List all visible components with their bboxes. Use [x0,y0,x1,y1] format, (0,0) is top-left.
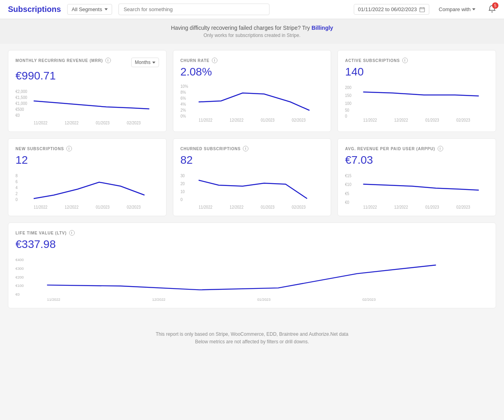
churn-info-icon[interactable]: i [212,58,217,63]
chevron-down-icon [105,8,108,10]
svg-text:20: 20 [180,182,185,186]
svg-text:02/2023: 02/2023 [127,121,141,125]
svg-text:02/2023: 02/2023 [292,118,306,122]
svg-text:10%: 10% [180,84,188,89]
date-range-picker[interactable]: 01/11/2022 to 06/02/2023 [354,4,429,15]
svg-text:0: 0 [180,197,183,202]
mrr-card: MONTHLY RECURRING REVENUE (MRR) i Months… [8,50,167,132]
svg-text:€100: €100 [16,284,24,288]
active-chart: 200 150 100 50 0 11/2022 12/2022 01/2023… [345,83,488,123]
churned-subs-value: 82 [180,154,324,166]
svg-text:01/2023: 01/2023 [261,205,275,209]
mrr-chart: €2,000 €1,500 €1,000 €500 €0 11/2022 12/… [16,87,159,127]
new-subs-info-icon[interactable]: i [66,146,72,151]
svg-text:€1,500: €1,500 [16,95,27,100]
svg-text:12/2022: 12/2022 [152,298,166,302]
notification-bell[interactable]: 5 [488,5,496,14]
svg-text:0: 0 [345,114,347,118]
header: Subscriptions All Segments 01/11/2022 to… [0,0,504,19]
svg-text:€1,000: €1,000 [16,101,27,106]
svg-text:200: 200 [345,85,352,90]
svg-text:01/2023: 01/2023 [261,118,275,122]
svg-text:0: 0 [16,197,18,202]
new-subs-label: NEW SUBSCRIPTIONS i [16,146,159,151]
main-content: MONTHLY RECURRING REVENUE (MRR) i Months… [0,44,504,321]
churn-label: CHURN RATE i [180,58,324,63]
mrr-info-icon[interactable]: i [105,58,111,63]
active-subs-value: 140 [345,66,488,78]
footer-line1: This report is only based on Stripe, Woo… [10,331,494,338]
svg-text:11/2022: 11/2022 [198,118,212,122]
svg-text:8: 8 [16,174,18,178]
svg-rect-0 [420,8,425,12]
svg-text:02/2023: 02/2023 [292,205,306,209]
arppu-card: AVG. REVENUE PER PAID USER (ARPPU) i €7.… [337,138,496,216]
churned-subs-card: CHURNED SUBSCRIPTIONS i 82 30 20 10 0 11… [173,138,331,216]
svg-text:€0: €0 [16,292,19,296]
row-2: NEW SUBSCRIPTIONS i 12 8 6 4 2 0 11/2022… [8,138,496,216]
arppu-info-icon[interactable]: i [438,146,443,151]
new-subs-value: 12 [16,154,159,166]
active-subs-label: ACTIVE SUBSCRIPTIONS i [345,58,488,63]
svg-text:12/2022: 12/2022 [229,118,243,122]
churn-value: 2.08% [180,66,324,78]
active-subs-card: ACTIVE SUBSCRIPTIONS i 140 200 150 100 5… [337,50,496,132]
svg-text:11/2022: 11/2022 [363,118,377,122]
svg-text:€15: €15 [345,174,352,178]
months-button[interactable]: Months [131,58,159,67]
svg-text:€5: €5 [345,192,349,196]
svg-text:01/2023: 01/2023 [425,118,439,122]
svg-text:100: 100 [345,101,352,106]
svg-text:4%: 4% [180,102,186,106]
svg-text:11/2022: 11/2022 [34,205,48,209]
svg-text:12/2022: 12/2022 [65,205,79,209]
svg-text:€10: €10 [345,182,352,187]
svg-text:01/2023: 01/2023 [96,121,110,125]
chevron-down-icon [152,62,155,64]
banner-link[interactable]: Billingly [312,25,333,31]
svg-text:€200: €200 [16,275,24,279]
row-1: MONTHLY RECURRING REVENUE (MRR) i Months… [8,50,496,132]
svg-text:150: 150 [345,93,352,98]
svg-text:€300: €300 [16,267,24,271]
svg-text:01/2023: 01/2023 [96,205,110,209]
active-info-icon[interactable]: i [402,58,408,63]
svg-text:6%: 6% [180,96,186,101]
svg-text:02/2023: 02/2023 [362,298,376,302]
svg-text:12/2022: 12/2022 [394,118,408,122]
svg-text:€500: €500 [16,107,24,112]
svg-text:10: 10 [180,190,185,194]
svg-text:4: 4 [16,186,18,190]
compare-with-dropdown[interactable]: Compare with [436,4,479,14]
svg-text:€400: €400 [16,258,24,262]
compare-with-label: Compare with [439,6,471,12]
ltv-info-icon[interactable]: i [69,230,75,236]
svg-text:02/2023: 02/2023 [456,205,470,209]
segments-dropdown[interactable]: All Segments [67,4,112,15]
new-subs-card: NEW SUBSCRIPTIONS i 12 8 6 4 2 0 11/2022… [8,138,167,216]
arppu-value: €7.03 [345,154,488,166]
notification-badge: 5 [492,2,498,9]
footer: This report is only based on Stripe, Woo… [0,321,504,355]
arppu-label: AVG. REVENUE PER PAID USER (ARPPU) i [345,146,488,151]
ltv-card: LIFE TIME VALUE (LTV) i €337.98 €400 €30… [8,223,496,308]
mrr-label: MONTHLY RECURRING REVENUE (MRR) i [16,58,111,63]
page-title: Subscriptions [8,5,61,14]
ltv-chart: €400 €300 €200 €100 €0 11/2022 12/2022 0… [16,255,488,303]
svg-text:11/2022: 11/2022 [34,121,48,125]
svg-text:02/2023: 02/2023 [456,118,470,122]
search-input[interactable] [118,4,269,15]
svg-text:12/2022: 12/2022 [229,205,243,209]
promo-banner: Having difficulty recovering failed char… [0,19,504,44]
churned-info-icon[interactable]: i [243,146,248,151]
svg-text:01/2023: 01/2023 [257,298,271,302]
footer-line2: Below metrics are not affected by filter… [10,338,494,346]
svg-text:11/2022: 11/2022 [198,205,212,209]
banner-subtext: Only works for subscriptions created in … [6,33,498,38]
mrr-value: €990.71 [16,70,159,82]
svg-text:6: 6 [16,180,18,184]
ltv-value: €337.98 [16,238,488,251]
segments-label: All Segments [72,6,102,12]
banner-text: Having difficulty recovering failed char… [171,25,312,31]
mrr-header: MONTHLY RECURRING REVENUE (MRR) i Months [16,58,159,67]
